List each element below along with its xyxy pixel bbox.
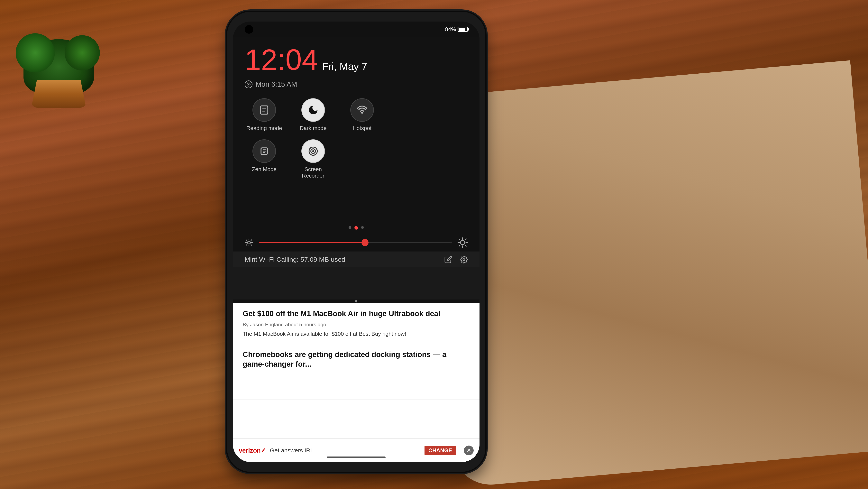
svg-line-23 — [251, 245, 252, 245]
clock-section: 12:04 Fri, May 7 — [233, 37, 479, 78]
page-dot-3 — [361, 226, 364, 229]
screen-recorder-tile[interactable]: Screen Recorder — [293, 140, 333, 179]
article-item-2[interactable]: Chromebooks are getting dedicated dockin… — [233, 344, 479, 400]
scroll-dot — [355, 300, 358, 302]
ad-banner[interactable]: verizon✓ Get answers IRL. CHANGE ✕ — [233, 438, 479, 462]
svg-line-3 — [247, 83, 247, 83]
alarm-time-label: Mon 6:15 AM — [256, 80, 297, 89]
network-settings-icon[interactable] — [460, 256, 468, 264]
phone-screen: 84% 12:04 Fri, May 7 — [233, 22, 479, 462]
spacer — [233, 183, 479, 222]
alarm-row: Mon 6:15 AM — [233, 78, 479, 94]
article-byline-1: By Jason England about 5 hours ago — [243, 322, 470, 328]
article-title-2: Chromebooks are getting dedicated dockin… — [243, 350, 470, 369]
home-indicator[interactable] — [327, 457, 385, 458]
battery-percent-label: 84% — [445, 26, 456, 32]
dark-mode-circle[interactable] — [301, 98, 325, 122]
battery-fill — [459, 28, 465, 31]
page-dot-2 — [354, 226, 358, 230]
brightness-fill — [259, 242, 365, 243]
ad-brand-logo: verizon✓ — [239, 447, 266, 454]
hand — [421, 60, 868, 488]
hotspot-label: Hotspot — [353, 125, 372, 131]
ad-close-button[interactable]: ✕ — [464, 446, 474, 455]
notification-panel: 12:04 Fri, May 7 Mon 6:15 AM — [233, 37, 479, 267]
svg-line-33 — [465, 239, 466, 240]
brightness-low-icon — [245, 238, 253, 247]
zen-mode-label: Zen Mode — [252, 166, 277, 173]
scroll-indicator — [233, 300, 479, 303]
brightness-thumb[interactable] — [362, 239, 369, 246]
svg-line-31 — [459, 239, 460, 240]
screen-recorder-label: Screen Recorder — [293, 166, 333, 179]
dark-mode-tile[interactable]: Dark mode — [293, 98, 333, 131]
svg-point-9 — [361, 112, 363, 114]
quick-tiles-row2: Zen Mode Screen Recorder — [233, 135, 479, 183]
article-excerpt-1: The M1 MacBook Air is available for $100… — [243, 330, 470, 338]
network-edit-icon[interactable] — [444, 256, 452, 264]
reading-mode-label: Reading mode — [246, 125, 282, 131]
svg-point-17 — [248, 241, 250, 244]
brightness-high-icon — [458, 238, 468, 248]
svg-line-22 — [246, 240, 247, 240]
dark-mode-label: Dark mode — [300, 125, 327, 131]
network-name-label: Mint Wi-Fi Calling: 57.09 MB used — [245, 256, 440, 263]
hotspot-tile[interactable]: Hotspot — [342, 98, 382, 131]
svg-point-16 — [312, 150, 314, 152]
status-bar: 84% — [233, 22, 479, 37]
page-indicator — [233, 222, 479, 234]
brightness-row — [233, 234, 479, 251]
svg-line-4 — [250, 83, 250, 83]
quick-tiles-row1: Reading mode Dark mode — [233, 94, 479, 135]
hotspot-circle[interactable] — [350, 98, 374, 122]
article-title-1: Get $100 off the M1 MacBook Air in huge … — [243, 309, 470, 318]
plant-pot — [20, 39, 98, 108]
svg-line-24 — [251, 240, 252, 240]
svg-line-32 — [465, 245, 466, 246]
phone-device: 84% 12:04 Fri, May 7 — [227, 12, 485, 472]
pot-body — [31, 80, 86, 108]
ad-change-button[interactable]: CHANGE — [425, 446, 456, 455]
page-dot-1 — [348, 226, 351, 229]
svg-line-34 — [459, 245, 460, 246]
reading-mode-tile[interactable]: Reading mode — [245, 98, 284, 131]
battery-icon — [458, 27, 468, 32]
brightness-slider[interactable] — [259, 242, 452, 243]
web-content-area: Get $100 off the M1 MacBook Air in huge … — [233, 300, 479, 462]
battery-indicator: 84% — [445, 26, 468, 32]
clock-date: Fri, May 7 — [322, 60, 367, 72]
camera-hole — [245, 25, 253, 34]
network-row: Mint Wi-Fi Calling: 57.09 MB used — [233, 251, 479, 267]
screen-recorder-circle[interactable] — [301, 140, 325, 163]
zen-mode-circle[interactable] — [252, 140, 276, 163]
svg-line-25 — [246, 245, 247, 245]
clock-time: 12:04 — [245, 45, 318, 74]
article-item-1[interactable]: Get $100 off the M1 MacBook Air in huge … — [233, 303, 479, 344]
reading-mode-circle[interactable] — [252, 98, 276, 122]
svg-point-35 — [463, 258, 465, 261]
zen-mode-tile[interactable]: Zen Mode — [245, 140, 284, 179]
ad-text: Get answers IRL. — [270, 447, 421, 454]
alarm-icon — [245, 81, 252, 88]
svg-point-26 — [461, 240, 465, 245]
plant-decoration — [0, 0, 137, 137]
